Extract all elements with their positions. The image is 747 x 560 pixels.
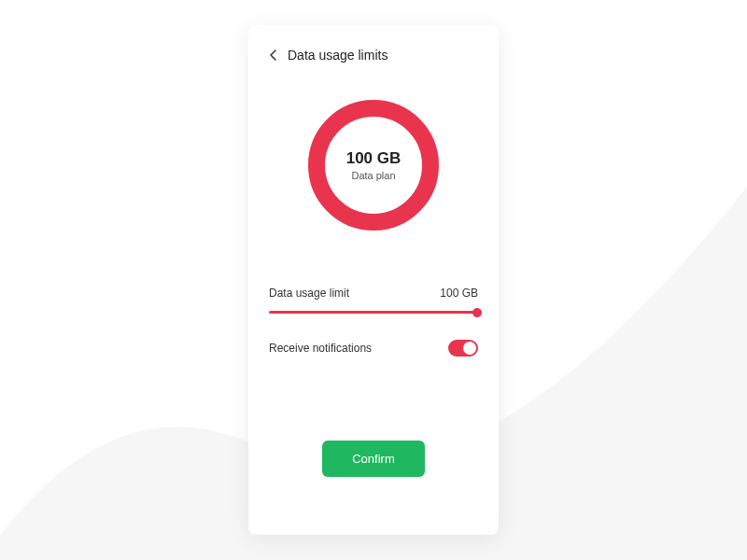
data-limit-slider[interactable] <box>269 311 478 314</box>
notifications-label: Receive notifications <box>269 342 372 355</box>
confirm-button[interactable]: Confirm <box>322 441 425 477</box>
data-plan-value: 100 GB <box>346 149 402 168</box>
notifications-row: Receive notifications <box>269 340 478 357</box>
slider-thumb[interactable] <box>472 308 482 317</box>
toggle-knob <box>463 342 476 355</box>
page-title: Data usage limits <box>288 48 388 63</box>
data-plan-ring: 100 GB Data plan <box>308 100 439 231</box>
data-plan-ring-container: 100 GB Data plan <box>269 100 478 231</box>
slider-value: 100 GB <box>440 287 478 300</box>
slider-row: Data usage limit 100 GB <box>269 287 478 300</box>
back-button[interactable] <box>269 49 278 62</box>
notifications-toggle[interactable] <box>448 340 478 357</box>
slider-label: Data usage limit <box>269 287 349 300</box>
chevron-left-icon <box>270 49 277 61</box>
data-plan-label: Data plan <box>351 170 395 181</box>
header: Data usage limits <box>269 48 478 63</box>
settings-card: Data usage limits 100 GB Data plan Data … <box>248 25 499 535</box>
